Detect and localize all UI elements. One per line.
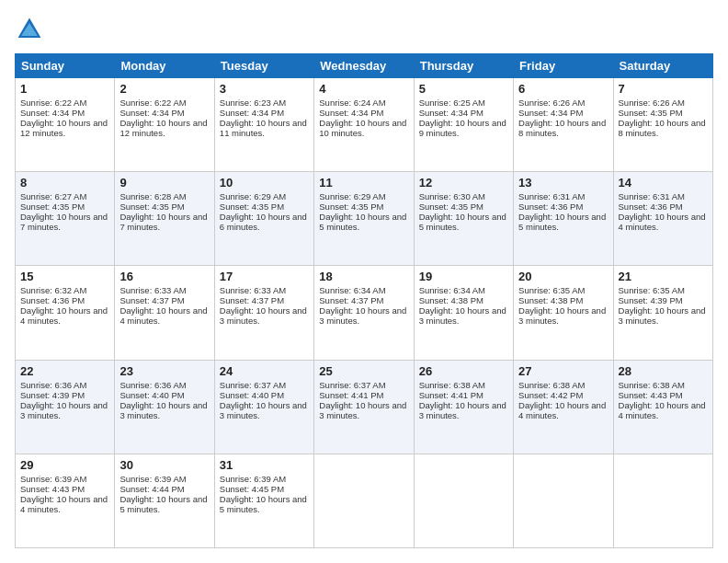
daylight-label: Daylight: 10 hours and 5 minutes.	[119, 494, 207, 514]
sunset-label: Sunset: 4:35 PM	[220, 201, 284, 212]
sunrise-label: Sunrise: 6:35 AM	[518, 285, 585, 295]
sunset-label: Sunset: 4:35 PM	[419, 201, 483, 212]
logo-icon	[15, 15, 44, 44]
daylight-label: Daylight: 10 hours and 9 minutes.	[419, 118, 506, 138]
day-number: 25	[319, 364, 408, 378]
calendar-week-row: 15Sunrise: 6:32 AMSunset: 4:36 PMDayligh…	[16, 266, 713, 360]
calendar-cell: 21Sunrise: 6:35 AMSunset: 4:39 PMDayligh…	[613, 266, 712, 360]
day-number: 6	[518, 82, 608, 96]
day-number: 21	[619, 270, 708, 283]
sunset-label: Sunset: 4:34 PM	[20, 108, 85, 118]
sunset-label: Sunset: 4:37 PM	[319, 295, 383, 305]
sunset-label: Sunset: 4:34 PM	[518, 108, 583, 118]
daylight-label: Daylight: 10 hours and 3 minutes.	[319, 400, 406, 420]
sunrise-label: Sunrise: 6:29 AM	[220, 191, 286, 201]
sunset-label: Sunset: 4:44 PM	[119, 484, 184, 494]
sunset-label: Sunset: 4:38 PM	[518, 295, 583, 305]
calendar-header-cell: Friday	[514, 54, 613, 78]
calendar-cell: 31Sunrise: 6:39 AMSunset: 4:45 PMDayligh…	[214, 454, 313, 547]
day-number: 29	[20, 458, 109, 472]
calendar-cell: 28Sunrise: 6:38 AMSunset: 4:43 PMDayligh…	[613, 360, 712, 454]
daylight-label: Daylight: 10 hours and 5 minutes.	[220, 494, 307, 514]
calendar-cell: 10Sunrise: 6:29 AMSunset: 4:35 PMDayligh…	[214, 172, 313, 266]
daylight-label: Daylight: 10 hours and 3 minutes.	[619, 305, 706, 326]
sunset-label: Sunset: 4:34 PM	[220, 108, 284, 118]
day-number: 31	[220, 458, 309, 472]
daylight-label: Daylight: 10 hours and 6 minutes.	[220, 212, 307, 232]
sunset-label: Sunset: 4:36 PM	[619, 201, 683, 212]
calendar-cell	[514, 454, 613, 547]
day-number: 27	[518, 364, 608, 378]
calendar-body: 1Sunrise: 6:22 AMSunset: 4:34 PMDaylight…	[16, 78, 713, 548]
day-number: 19	[419, 270, 508, 283]
logo	[15, 15, 48, 44]
sunrise-label: Sunrise: 6:28 AM	[119, 191, 186, 201]
calendar-week-row: 22Sunrise: 6:36 AMSunset: 4:39 PMDayligh…	[16, 360, 713, 454]
day-number: 28	[619, 364, 708, 378]
daylight-label: Daylight: 10 hours and 3 minutes.	[419, 400, 506, 420]
daylight-label: Daylight: 10 hours and 12 minutes.	[20, 118, 108, 138]
day-number: 17	[220, 270, 309, 283]
sunrise-label: Sunrise: 6:29 AM	[319, 191, 385, 201]
daylight-label: Daylight: 10 hours and 4 minutes.	[20, 494, 108, 514]
calendar-cell: 11Sunrise: 6:29 AMSunset: 4:35 PMDayligh…	[314, 172, 414, 266]
calendar-cell: 9Sunrise: 6:28 AMSunset: 4:35 PMDaylight…	[115, 172, 214, 266]
calendar-header-row: SundayMondayTuesdayWednesdayThursdayFrid…	[16, 54, 713, 78]
day-number: 3	[220, 82, 309, 96]
sunrise-label: Sunrise: 6:33 AM	[220, 285, 286, 295]
sunrise-label: Sunrise: 6:26 AM	[619, 98, 685, 108]
day-number: 4	[319, 82, 408, 96]
sunrise-label: Sunrise: 6:37 AM	[220, 380, 286, 390]
day-number: 9	[119, 176, 209, 190]
sunrise-label: Sunrise: 6:39 AM	[119, 474, 186, 484]
sunset-label: Sunset: 4:34 PM	[119, 108, 184, 118]
calendar-week-row: 29Sunrise: 6:39 AMSunset: 4:43 PMDayligh…	[16, 454, 713, 547]
sunrise-label: Sunrise: 6:27 AM	[20, 191, 86, 201]
day-number: 10	[220, 176, 309, 190]
daylight-label: Daylight: 10 hours and 12 minutes.	[119, 118, 207, 138]
day-number: 1	[20, 82, 109, 96]
calendar-cell: 14Sunrise: 6:31 AMSunset: 4:36 PMDayligh…	[613, 172, 712, 266]
daylight-label: Daylight: 10 hours and 10 minutes.	[319, 118, 406, 138]
daylight-label: Daylight: 10 hours and 5 minutes.	[319, 212, 406, 232]
daylight-label: Daylight: 10 hours and 3 minutes.	[220, 305, 307, 326]
sunset-label: Sunset: 4:37 PM	[119, 295, 184, 305]
calendar-cell: 20Sunrise: 6:35 AMSunset: 4:38 PMDayligh…	[514, 266, 613, 360]
sunrise-label: Sunrise: 6:23 AM	[220, 98, 286, 108]
sunrise-label: Sunrise: 6:39 AM	[20, 474, 86, 484]
sunset-label: Sunset: 4:42 PM	[518, 390, 583, 400]
calendar-cell: 4Sunrise: 6:24 AMSunset: 4:34 PMDaylight…	[314, 78, 414, 172]
sunset-label: Sunset: 4:36 PM	[20, 295, 85, 305]
daylight-label: Daylight: 10 hours and 4 minutes.	[119, 305, 207, 326]
calendar-header-cell: Tuesday	[214, 54, 313, 78]
sunset-label: Sunset: 4:41 PM	[419, 390, 483, 400]
calendar-week-row: 1Sunrise: 6:22 AMSunset: 4:34 PMDaylight…	[16, 78, 713, 172]
daylight-label: Daylight: 10 hours and 3 minutes.	[20, 400, 108, 420]
sunrise-label: Sunrise: 6:38 AM	[619, 380, 685, 390]
calendar-cell: 22Sunrise: 6:36 AMSunset: 4:39 PMDayligh…	[16, 360, 115, 454]
sunrise-label: Sunrise: 6:36 AM	[20, 380, 86, 390]
daylight-label: Daylight: 10 hours and 8 minutes.	[619, 118, 706, 138]
sunrise-label: Sunrise: 6:34 AM	[419, 285, 485, 295]
sunset-label: Sunset: 4:39 PM	[619, 295, 683, 305]
sunset-label: Sunset: 4:39 PM	[20, 390, 85, 400]
calendar-cell: 6Sunrise: 6:26 AMSunset: 4:34 PMDaylight…	[514, 78, 613, 172]
day-number: 24	[220, 364, 309, 378]
calendar-cell: 7Sunrise: 6:26 AMSunset: 4:35 PMDaylight…	[613, 78, 712, 172]
sunset-label: Sunset: 4:43 PM	[619, 390, 683, 400]
calendar-cell: 24Sunrise: 6:37 AMSunset: 4:40 PMDayligh…	[214, 360, 313, 454]
day-number: 18	[319, 270, 408, 283]
day-number: 8	[20, 176, 109, 190]
day-number: 7	[619, 82, 708, 96]
sunset-label: Sunset: 4:35 PM	[319, 201, 383, 212]
calendar-cell: 2Sunrise: 6:22 AMSunset: 4:34 PMDaylight…	[115, 78, 214, 172]
calendar-header-cell: Saturday	[613, 54, 712, 78]
calendar-header-cell: Wednesday	[314, 54, 414, 78]
calendar-cell	[613, 454, 712, 547]
sunrise-label: Sunrise: 6:38 AM	[518, 380, 585, 390]
calendar-cell: 19Sunrise: 6:34 AMSunset: 4:38 PMDayligh…	[414, 266, 513, 360]
sunrise-label: Sunrise: 6:22 AM	[119, 98, 186, 108]
calendar-cell: 17Sunrise: 6:33 AMSunset: 4:37 PMDayligh…	[214, 266, 313, 360]
sunrise-label: Sunrise: 6:33 AM	[119, 285, 186, 295]
day-number: 20	[518, 270, 608, 283]
